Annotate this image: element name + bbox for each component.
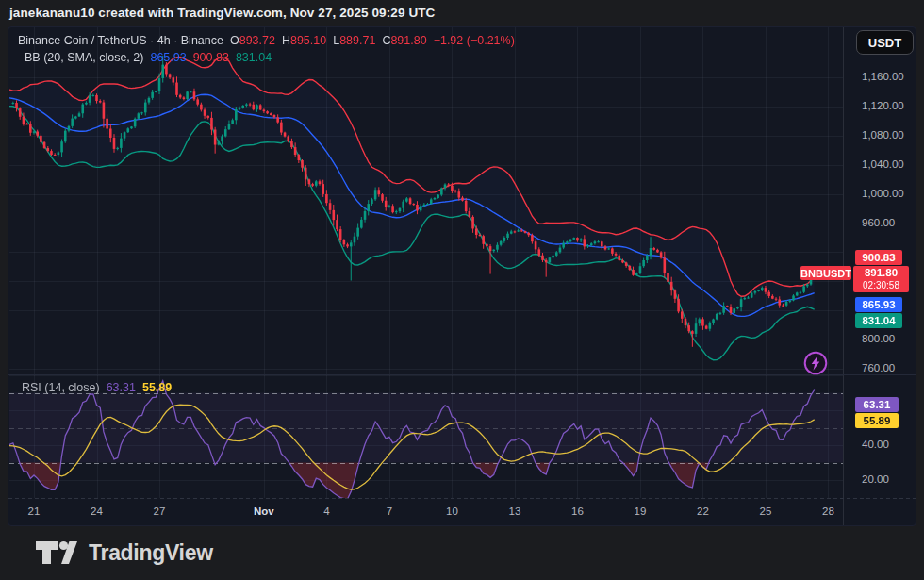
attribution-text: janekananu10 created with TradingView.co… [9,6,435,20]
axis-label: 1,000.00 [862,188,904,199]
rsi-value-badge: 63.31 [855,397,899,412]
time-label: 4 [307,505,345,517]
last-price-badge: 891.8002:30:58 [853,266,909,292]
time-label: 27 [140,505,178,517]
lightning-bolt-icon [803,351,828,375]
bb-upper-badge: 900.83 [855,250,902,265]
rsi-name: RSI (14, close) [22,381,100,394]
symbol-price-label: BNBUSDT [800,266,851,280]
pane-separator[interactable] [8,374,916,375]
low-value: 889.71 [339,34,375,47]
rsi-ma-value: 55.89 [142,381,172,394]
time-label: 21 [15,505,53,517]
bb-lower-value: 831.04 [236,51,272,64]
close-value: 891.80 [390,34,426,47]
time-label: 28 [809,505,847,517]
lightning-button[interactable] [803,351,828,375]
change-value: −1.92 (−0.21%) [434,34,515,47]
time-label: 16 [558,505,596,517]
time-label: Nov [245,505,283,517]
time-label: 19 [621,505,659,517]
high-label: H [282,34,290,47]
axis-label: 40.00 [862,439,889,450]
tradingview-mark-icon [34,539,77,567]
open-value: 893.72 [239,34,275,47]
high-value: 895.10 [290,34,326,47]
time-label: 22 [684,505,721,517]
rsi-value: 63.31 [107,381,136,394]
time-label: 24 [78,505,116,517]
symbol-price-label-text: BNBUSDT [800,268,851,279]
chart-panel: Binance Coin / TetherUS · 4h · BinanceO8… [8,26,916,526]
axis-label: 800.00 [862,333,895,344]
tradingview-logo-text: TradingView [89,540,213,566]
attribution-bar: janekananu10 created with TradingView.co… [0,0,924,26]
bb-lower-badge: 831.04 [855,313,902,328]
axis-label: 760.00 [862,362,895,373]
bb-upper-value: 900.83 [193,51,229,64]
axis-label: 1,160.00 [862,71,904,82]
open-label: O [230,34,239,47]
bb-basis-value: 865.93 [150,51,186,64]
axis-label: 1,080.00 [862,129,904,141]
time-label: 25 [747,505,784,517]
rsi-legend[interactable]: RSI (14, close)63.3155.89 [22,381,172,394]
currency-button-label: USDT [868,36,901,50]
symbol-legend[interactable]: Binance Coin / TetherUS · 4h · BinanceO8… [18,34,515,47]
axis-label: 20.00 [862,473,889,485]
time-scale-separator [8,498,916,499]
time-scale[interactable]: 212427Nov4710131619222528 [8,499,843,526]
axis-label: 960.00 [862,217,895,228]
price-chart-canvas[interactable] [9,27,843,498]
bb-legend[interactable]: BB (20, SMA, close, 2)865.93900.83831.04 [18,51,272,64]
time-label: 13 [496,505,534,517]
footer-bar: TradingView [0,526,924,580]
rsi-ma-badge: 55.89 [855,413,899,428]
bb-basis-badge: 865.93 [855,297,902,312]
symbol-title: Binance Coin / TetherUS · 4h · Binance [18,34,223,47]
bb-name: BB (20, SMA, close, 2) [25,51,143,64]
tradingview-logo[interactable]: TradingView [34,539,213,567]
currency-button[interactable]: USDT [856,30,914,55]
axis-label: 1,040.00 [862,158,904,170]
axis-label: 1,120.00 [862,100,904,111]
time-label: 10 [433,505,470,517]
time-label: 7 [371,505,408,517]
